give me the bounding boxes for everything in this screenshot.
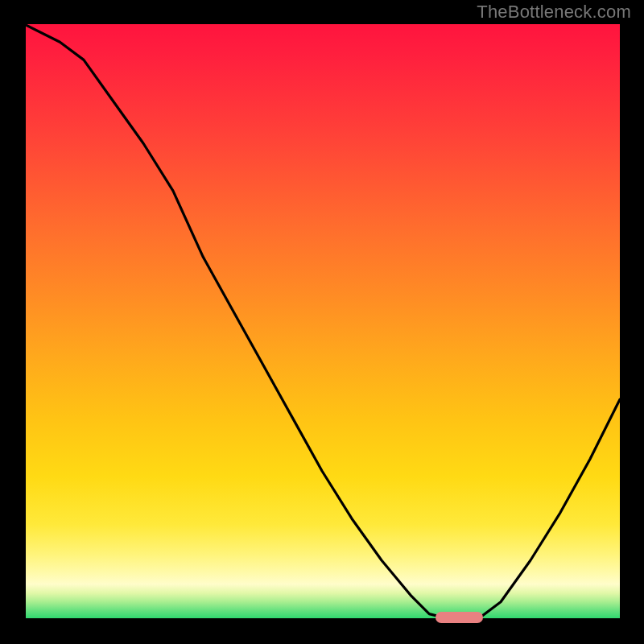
chart-root: TheBottleneck.com [0, 0, 644, 644]
plot-gradient-background [24, 24, 620, 620]
watermark-label: TheBottleneck.com [477, 2, 631, 23]
optimal-point-marker [436, 612, 483, 623]
